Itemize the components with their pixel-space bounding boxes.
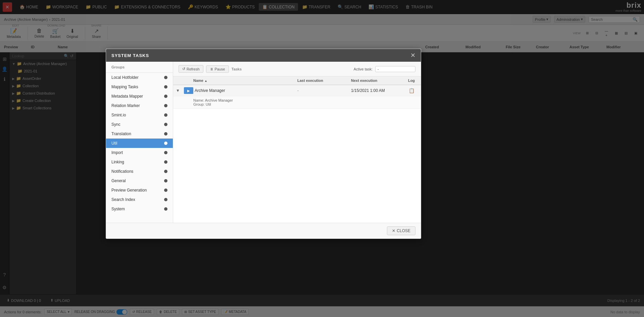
- tasks-header: ↺ Refresh ⏸ Pause Tasks Active task:: [173, 62, 421, 76]
- group-status-dot: [164, 198, 167, 201]
- group-status-dot: [164, 95, 167, 98]
- task-last-execution: -: [297, 88, 351, 93]
- group-label: Search Index: [111, 197, 135, 202]
- group-label: Metadata Mapper: [111, 94, 143, 99]
- detail-name: Archive Manager: [205, 98, 233, 102]
- group-status-dot: [164, 207, 167, 211]
- group-item-linking[interactable]: Linking: [106, 157, 173, 167]
- modal-body: Groups Local Hotfolder Mapping Tasks Met…: [106, 62, 421, 223]
- task-play-button[interactable]: ▶: [184, 87, 193, 94]
- active-task-input[interactable]: [375, 66, 415, 72]
- close-x-icon: ✕: [392, 228, 395, 233]
- group-label: Linking: [111, 160, 124, 164]
- group-status-dot: [164, 85, 167, 89]
- group-item-translation[interactable]: Translation: [106, 129, 173, 139]
- group-item-import[interactable]: Import: [106, 148, 173, 157]
- task-detail: Name: Archive Manager Group: Util: [173, 96, 421, 109]
- modal-footer: ✕ CLOSE: [106, 223, 421, 239]
- tasks-table-header: Name Last execution Next execution Log: [173, 76, 421, 85]
- group-label: Preview Generation: [111, 188, 147, 193]
- group-item-search_index[interactable]: Search Index: [106, 195, 173, 204]
- task-next-execution: 1/15/2021 1:00 AM: [351, 88, 405, 93]
- group-item-smint_io[interactable]: Smint.io: [106, 110, 173, 120]
- group-item-general[interactable]: General: [106, 176, 173, 186]
- tasks-panel-title: Tasks: [232, 67, 242, 71]
- group-status-dot: [164, 113, 167, 117]
- group-item-relation_marker[interactable]: Relation Marker: [106, 101, 173, 110]
- th-log: Log: [405, 78, 418, 83]
- tasks-content: Name Last execution Next execution Log ▼: [173, 76, 421, 223]
- pause-button[interactable]: ⏸ Pause: [206, 65, 229, 73]
- group-item-metadata_mapper[interactable]: Metadata Mapper: [106, 92, 173, 101]
- modal-header: SYSTEM TASKS ✕: [106, 49, 421, 62]
- group-item-preview_generation[interactable]: Preview Generation: [106, 186, 173, 195]
- th-next-execution[interactable]: Next execution: [351, 78, 405, 83]
- group-label: Mapping Tasks: [111, 85, 138, 89]
- group-label: System: [111, 207, 125, 211]
- group-status-dot: [164, 104, 167, 107]
- group-label: Util: [111, 141, 117, 146]
- detail-group: Util: [206, 102, 211, 106]
- task-log-icon[interactable]: 📋: [409, 88, 414, 93]
- group-status-dot: [164, 179, 167, 182]
- groups-title: Groups: [106, 62, 173, 73]
- group-label: Local Hotfolder: [111, 75, 139, 80]
- system-tasks-modal: SYSTEM TASKS ✕ Groups Local Hotfolder Ma…: [106, 49, 421, 239]
- group-status-dot: [164, 170, 167, 173]
- group-label: General: [111, 178, 126, 183]
- group-status-dot: [164, 189, 167, 192]
- table-row[interactable]: ▼ ▶ Archive Manager - 1/15/2021 1:00 AM …: [173, 85, 421, 96]
- close-modal-button[interactable]: ✕ CLOSE: [387, 226, 415, 235]
- task-log-cell: 📋: [405, 88, 418, 93]
- group-item-notifications[interactable]: Notifications: [106, 167, 173, 176]
- th-last-execution[interactable]: Last execution: [297, 78, 351, 83]
- group-status-dot: [164, 151, 167, 154]
- modal-close-icon[interactable]: ✕: [410, 52, 415, 58]
- group-status-dot: [164, 123, 167, 126]
- group-item-local_hotfolder[interactable]: Local Hotfolder: [106, 73, 173, 82]
- group-label: Translation: [111, 131, 131, 136]
- active-task-label: Active task:: [354, 67, 373, 71]
- group-item-sync[interactable]: Sync: [106, 120, 173, 129]
- pause-icon: ⏸: [210, 67, 213, 71]
- group-label: Import: [111, 150, 123, 155]
- group-item-util[interactable]: Util: [106, 139, 173, 148]
- group-status-dot: [164, 132, 167, 136]
- group-label: Smint.io: [111, 113, 126, 117]
- refresh-icon: ↺: [182, 67, 185, 71]
- th-task-name[interactable]: Name: [193, 78, 297, 83]
- task-name-cell: Archive Manager: [193, 88, 297, 93]
- task-expand-button[interactable]: ▼: [176, 88, 184, 93]
- group-label: Notifications: [111, 169, 133, 174]
- tasks-panel: ↺ Refresh ⏸ Pause Tasks Active task: Nam…: [173, 62, 421, 223]
- group-item-mapping_tasks[interactable]: Mapping Tasks: [106, 82, 173, 92]
- refresh-button[interactable]: ↺ Refresh: [179, 65, 203, 73]
- group-status-dot: [164, 142, 167, 145]
- group-status-dot: [164, 160, 167, 164]
- groups-panel: Groups Local Hotfolder Mapping Tasks Met…: [106, 62, 173, 223]
- group-label: Relation Marker: [111, 103, 140, 108]
- group-status-dot: [164, 76, 167, 79]
- group-item-system[interactable]: System: [106, 204, 173, 214]
- group-label: Sync: [111, 122, 120, 127]
- groups-list: Local Hotfolder Mapping Tasks Metadata M…: [106, 73, 173, 214]
- modal-title: SYSTEM TASKS: [111, 53, 149, 58]
